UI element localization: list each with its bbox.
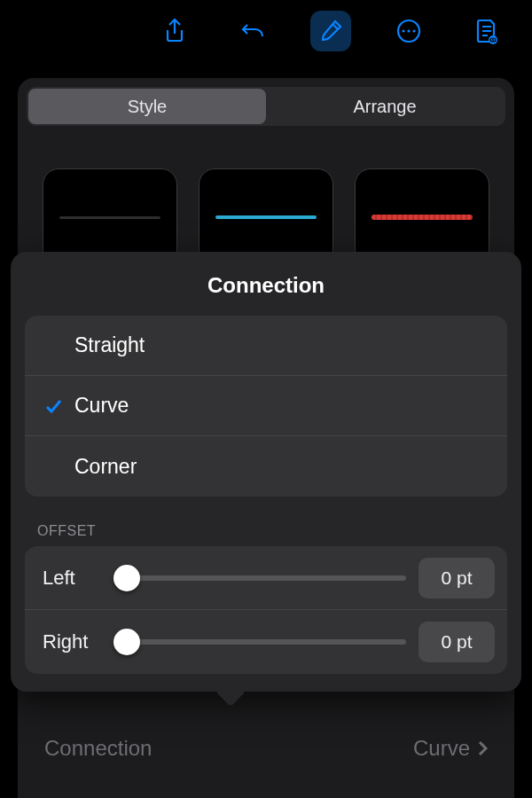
offset-right-row: Right 0 pt (25, 610, 507, 674)
connection-row-value: Curve (413, 736, 488, 761)
share-icon[interactable] (154, 11, 195, 51)
offset-right-value[interactable]: 0 pt (419, 622, 495, 662)
connection-sheet: Connection Straight Curve Corner OFFSET … (11, 252, 521, 692)
svg-point-2 (407, 29, 410, 32)
tab-style[interactable]: Style (28, 89, 266, 124)
chevron-right-icon (477, 739, 488, 757)
offset-left-label: Left (43, 567, 103, 590)
offset-left-value[interactable]: 0 pt (419, 558, 495, 598)
sheet-title: Connection (11, 252, 521, 316)
connection-row[interactable]: Connection Curve (44, 725, 488, 771)
offset-right-slider[interactable] (115, 639, 406, 645)
undo-icon[interactable] (232, 11, 273, 51)
offset-left-slider[interactable] (115, 575, 406, 581)
svg-point-3 (412, 29, 415, 32)
tab-arrange[interactable]: Arrange (266, 89, 504, 124)
checkmark-icon (35, 396, 71, 416)
svg-point-6 (492, 39, 494, 41)
toolbar (0, 0, 532, 62)
offset-group: Left 0 pt Right 0 pt (25, 546, 507, 674)
format-brush-icon[interactable] (310, 11, 351, 51)
option-corner[interactable]: Corner (25, 436, 507, 497)
connection-options: Straight Curve Corner (25, 316, 507, 497)
svg-point-1 (402, 29, 404, 32)
offset-right-label: Right (43, 630, 103, 653)
option-straight[interactable]: Straight (25, 316, 507, 376)
option-curve[interactable]: Curve (25, 376, 507, 436)
offset-left-row: Left 0 pt (25, 546, 507, 610)
more-icon[interactable] (388, 11, 429, 51)
connection-row-label: Connection (44, 736, 152, 761)
document-view-icon[interactable] (466, 11, 507, 51)
slider-thumb[interactable] (113, 629, 140, 655)
slider-thumb[interactable] (113, 565, 140, 591)
offset-section-label: OFFSET (11, 497, 521, 546)
inspector-tabs: Style Arrange (27, 87, 505, 126)
